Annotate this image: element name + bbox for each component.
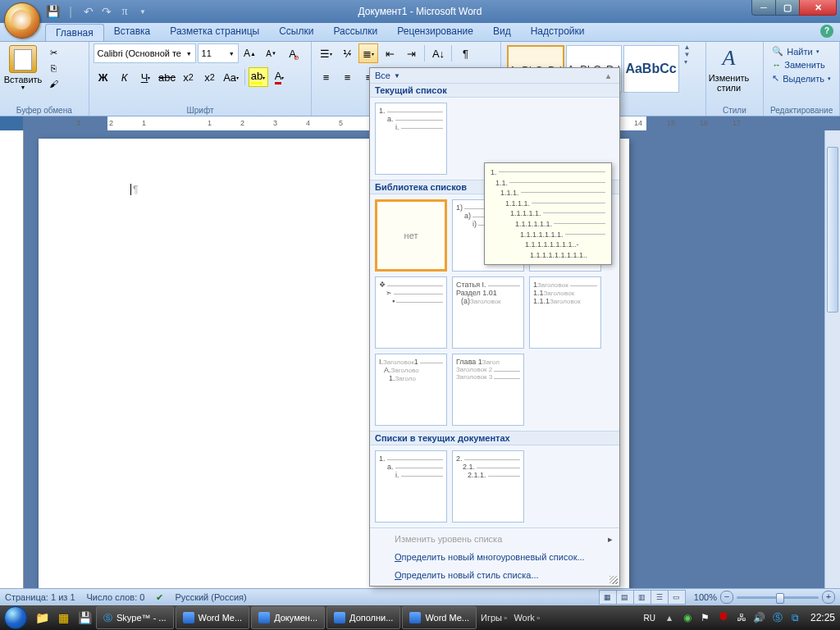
list-style-article[interactable]: Статья I. Раздел 1.01 (a) Заголовок bbox=[452, 276, 524, 349]
zoom-out-button[interactable]: − bbox=[720, 591, 733, 604]
clear-format-icon[interactable]: A⊘ bbox=[283, 43, 303, 63]
font-size-select[interactable]: 11▼ bbox=[198, 43, 239, 63]
vertical-scrollbar[interactable] bbox=[824, 130, 840, 589]
qat-dropdown-icon[interactable]: ▼ bbox=[135, 4, 150, 19]
taskbar-word1[interactable]: Word Me... bbox=[176, 606, 250, 629]
tab-references[interactable]: Ссылки bbox=[269, 23, 323, 41]
list-style-chapter[interactable]: Глава 1 Загол Заголовок 2 Заголовок 3 bbox=[452, 354, 524, 426]
list-style-bullets[interactable]: ❖ ➣ ▪ bbox=[375, 276, 447, 349]
start-button[interactable] bbox=[0, 605, 31, 630]
close-button[interactable]: ✕ bbox=[799, 0, 837, 16]
list-doc-2[interactable]: 2. 2.1. 2.1.1. bbox=[452, 450, 524, 523]
styles-down-icon[interactable]: ▼ bbox=[684, 51, 691, 58]
list-style-11heading[interactable]: 1 Заголовок 1.1 Заголовок 1.1.1 Заголово… bbox=[529, 276, 601, 349]
redo-icon[interactable]: ↷ bbox=[99, 4, 114, 19]
align-left-button[interactable]: ≡ bbox=[316, 67, 336, 87]
list-doc-1[interactable]: 1. a. i. bbox=[375, 450, 447, 523]
tab-mailings[interactable]: Рассылки bbox=[323, 23, 387, 41]
zoom-in-button[interactable]: + bbox=[822, 591, 835, 604]
italic-button[interactable]: К bbox=[115, 67, 135, 87]
view-outline[interactable]: ☰ bbox=[651, 590, 669, 605]
view-draft[interactable]: ▭ bbox=[668, 590, 686, 605]
show-marks-button[interactable]: ¶ bbox=[455, 43, 475, 63]
taskbar-games-toolbar[interactable]: Игры» bbox=[477, 613, 510, 623]
define-new-multilevel[interactable]: ООпределить новый многоуровневый список.… bbox=[370, 548, 619, 566]
pinned-tc[interactable]: ▦ bbox=[53, 607, 73, 628]
align-center-button[interactable]: ≡ bbox=[337, 67, 357, 87]
pin-icon[interactable]: ▴ bbox=[606, 71, 616, 81]
tray-utorrent-icon[interactable]: ◉ bbox=[681, 611, 694, 624]
zoom-slider-knob[interactable] bbox=[776, 593, 784, 604]
superscript-button[interactable]: x2 bbox=[200, 67, 220, 87]
save-icon[interactable]: 💾 bbox=[45, 4, 60, 19]
bullets-button[interactable]: ☰▾ bbox=[316, 43, 336, 63]
tray-network-icon[interactable]: 🖧 bbox=[735, 611, 748, 624]
list-style-none[interactable]: нет bbox=[375, 199, 447, 272]
tab-review[interactable]: Рецензирование bbox=[387, 23, 483, 41]
decrease-indent-button[interactable]: ⇤ bbox=[380, 43, 399, 63]
scrollbar-thumb[interactable] bbox=[827, 147, 838, 313]
styles-up-icon[interactable]: ▲ bbox=[684, 43, 691, 51]
tray-shield-icon[interactable]: ⛊ bbox=[717, 611, 730, 624]
tray-volume-icon[interactable]: 🔊 bbox=[753, 611, 766, 624]
maximize-button[interactable]: ▢ bbox=[775, 0, 800, 16]
zoom-level[interactable]: 100% bbox=[694, 592, 717, 602]
style-heading1[interactable]: AaBbCc bbox=[623, 45, 679, 93]
view-fullscreen[interactable]: ▤ bbox=[616, 590, 634, 605]
change-styles-button[interactable]: A Изменить стили bbox=[710, 43, 748, 94]
taskbar-word2[interactable]: Word Me... bbox=[402, 606, 477, 629]
clock[interactable]: 22:25 bbox=[810, 612, 835, 623]
tab-addins[interactable]: Надстройки bbox=[521, 23, 595, 41]
language-indicator[interactable]: RU bbox=[641, 613, 658, 623]
pinned-explorer[interactable]: 📁 bbox=[32, 607, 52, 628]
office-button[interactable] bbox=[4, 2, 40, 39]
underline-button[interactable]: Ч▾ bbox=[136, 67, 156, 87]
taskbar-skype[interactable]: ⓈSkype™ - ... bbox=[96, 606, 174, 629]
minimize-button[interactable]: ─ bbox=[751, 0, 776, 16]
font-name-select[interactable]: Calibri (Основной те▼ bbox=[94, 43, 196, 63]
find-button[interactable]: 🔍Найти▾ bbox=[769, 45, 833, 57]
styles-more-icon[interactable]: ▾ bbox=[684, 58, 691, 66]
format-painter-icon[interactable]: 🖌 bbox=[45, 76, 62, 91]
copy-icon[interactable]: ⎘ bbox=[45, 61, 62, 75]
highlight-button[interactable]: ab▾ bbox=[249, 67, 268, 87]
word-count[interactable]: Число слов: 0 bbox=[87, 592, 145, 602]
bold-button[interactable]: Ж bbox=[94, 67, 113, 87]
tab-insert[interactable]: Вставка bbox=[104, 23, 161, 41]
tray-up-icon[interactable]: ▴ bbox=[663, 611, 676, 624]
change-case-button[interactable]: Aa▾ bbox=[221, 67, 241, 87]
tray-dropbox-icon[interactable]: ⧉ bbox=[789, 611, 802, 624]
sort-button[interactable]: A↓ bbox=[428, 43, 448, 63]
resize-grip[interactable] bbox=[609, 576, 618, 584]
pinned-save[interactable]: 💾 bbox=[75, 607, 94, 628]
undo-icon[interactable]: ↶ bbox=[81, 4, 96, 19]
subscript-button[interactable]: x2 bbox=[179, 67, 199, 87]
shrink-font-icon[interactable]: A▼ bbox=[262, 43, 281, 63]
page-count[interactable]: Страница: 1 из 1 bbox=[5, 592, 75, 602]
help-icon[interactable]: ? bbox=[820, 25, 833, 38]
list-preview-current[interactable]: 1. a. i. bbox=[375, 103, 447, 175]
paste-button[interactable]: Вставить ▼ bbox=[4, 43, 42, 92]
font-color-button[interactable]: A▾ bbox=[270, 67, 290, 87]
cut-icon[interactable]: ✂ bbox=[45, 45, 62, 60]
select-button[interactable]: ↖Выделить▾ bbox=[769, 72, 833, 84]
tab-layout[interactable]: Разметка страницы bbox=[160, 23, 269, 41]
multilevel-list-button[interactable]: ≣▾ bbox=[358, 43, 378, 63]
list-style-roman-heading[interactable]: I. Заголовок 1 A. Заголово 1. Заголо bbox=[375, 354, 447, 426]
language[interactable]: Русский (Россия) bbox=[175, 592, 246, 602]
grow-font-icon[interactable]: A▲ bbox=[240, 43, 260, 63]
view-web[interactable]: ▥ bbox=[633, 590, 651, 605]
tray-flag-icon[interactable]: ⚑ bbox=[699, 611, 712, 624]
replace-button[interactable]: ↔Заменить bbox=[769, 59, 833, 71]
taskbar-document[interactable]: Докумен... bbox=[251, 606, 325, 629]
strike-button[interactable]: abc bbox=[158, 67, 177, 87]
zoom-slider[interactable] bbox=[737, 596, 819, 599]
pi-icon[interactable]: π bbox=[117, 4, 132, 19]
tab-view[interactable]: Вид bbox=[483, 23, 521, 41]
tab-home[interactable]: Главная bbox=[45, 24, 104, 41]
tray-skype-icon[interactable]: Ⓢ bbox=[771, 611, 784, 624]
gallery-filter[interactable]: Все▼ bbox=[370, 68, 619, 83]
define-new-list-style[interactable]: Определить новый стиль списка... bbox=[370, 566, 619, 584]
spell-check-icon[interactable]: ✔ bbox=[156, 592, 163, 603]
taskbar-addon[interactable]: Дополни... bbox=[326, 606, 400, 629]
